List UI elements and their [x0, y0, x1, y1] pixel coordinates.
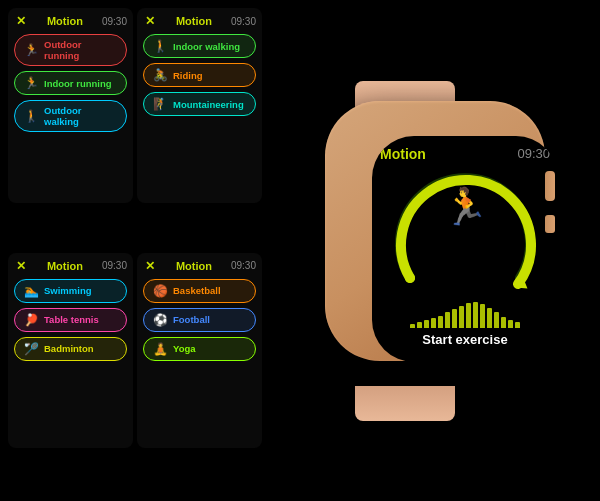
basketball-icon: 🏀: [152, 284, 168, 298]
card-2-logo: ✕: [143, 14, 157, 28]
outdoor-running-btn[interactable]: 🏃 Outdoor running: [14, 34, 127, 66]
bar-chart-bar: [473, 302, 478, 328]
swimming-label: Swimming: [44, 285, 92, 296]
outdoor-walking-label: Outdoor walking: [44, 105, 118, 127]
table-tennis-btn[interactable]: 🏓 Table tennis: [14, 308, 127, 332]
watch-side-button[interactable]: [545, 215, 555, 233]
table-tennis-label: Table tennis: [44, 314, 99, 325]
basketball-label: Basketball: [173, 285, 221, 296]
card-4-header: ✕ Motion 09:30: [143, 259, 256, 273]
card-3-time: 09:30: [102, 260, 127, 271]
bar-chart-bar: [508, 320, 513, 328]
football-btn[interactable]: ⚽ Football: [143, 308, 256, 332]
card-3-logo: ✕: [14, 259, 28, 273]
card-2: ✕ Motion 09:30 🚶 Indoor walking 🚴 Riding…: [137, 8, 262, 203]
card-1: ✕ Motion 09:30 🏃 Outdoor running 🏃 Indoo…: [8, 8, 133, 203]
svg-point-1: [405, 273, 415, 283]
watch-body: Motion 09:30 🏃: [325, 101, 545, 361]
card-1-time: 09:30: [102, 16, 127, 27]
watch-band-bottom: [355, 386, 455, 421]
indoor-walking-label: Indoor walking: [173, 41, 240, 52]
card-4-time: 09:30: [231, 260, 256, 271]
bar-chart-bar: [438, 316, 443, 328]
outdoor-walking-icon: 🚶: [23, 109, 39, 123]
swimming-btn[interactable]: 🏊 Swimming: [14, 279, 127, 303]
yoga-label: Yoga: [173, 343, 196, 354]
bar-chart-bar: [515, 322, 520, 327]
mountaineering-icon: 🧗: [152, 97, 168, 111]
bar-chart-bar: [501, 317, 506, 328]
bar-chart-bar: [410, 324, 415, 327]
card-4: ✕ Motion 09:30 🏀 Basketball ⚽ Football 🧘…: [137, 253, 262, 448]
badminton-icon: 🏸: [23, 342, 39, 356]
mountaineering-btn[interactable]: 🧗 Mountaineering: [143, 92, 256, 116]
bar-chart-bar: [459, 306, 464, 328]
card-1-logo: ✕: [14, 14, 28, 28]
left-panel: ✕ Motion 09:30 🏃 Outdoor running 🏃 Indoo…: [0, 0, 270, 501]
runner-figure: 🏃: [443, 186, 488, 228]
card-2-time: 09:30: [231, 16, 256, 27]
bar-chart-bar: [494, 312, 499, 327]
indoor-running-label: Indoor running: [44, 78, 112, 89]
riding-btn[interactable]: 🚴 Riding: [143, 63, 256, 87]
card-3: ✕ Motion 09:30 🏊 Swimming 🏓 Table tennis…: [8, 253, 133, 448]
football-label: Football: [173, 314, 210, 325]
card-1-title: Motion: [47, 15, 83, 27]
indoor-walking-icon: 🚶: [152, 39, 168, 53]
yoga-icon: 🧘: [152, 342, 168, 356]
watch-app-title: Motion: [380, 146, 426, 162]
swimming-icon: 🏊: [23, 284, 39, 298]
mountaineering-label: Mountaineering: [173, 99, 244, 110]
watch-container: Motion 09:30 🏃: [295, 81, 575, 421]
outdoor-running-label: Outdoor running: [44, 39, 118, 61]
indoor-running-icon: 🏃: [23, 76, 39, 90]
watch-header: Motion 09:30: [380, 146, 550, 162]
outdoor-walking-btn[interactable]: 🚶 Outdoor walking: [14, 100, 127, 132]
watch-app-time: 09:30: [517, 146, 550, 162]
badminton-btn[interactable]: 🏸 Badminton: [14, 337, 127, 361]
bar-chart-bar: [480, 304, 485, 328]
card-2-header: ✕ Motion 09:30: [143, 14, 256, 28]
bar-chart-bar: [445, 312, 450, 327]
football-icon: ⚽: [152, 313, 168, 327]
basketball-btn[interactable]: 🏀 Basketball: [143, 279, 256, 303]
bar-chart-bar: [452, 309, 457, 327]
card-4-logo: ✕: [143, 259, 157, 273]
card-4-title: Motion: [176, 260, 212, 272]
watch-screen: Motion 09:30 🏃: [372, 136, 558, 362]
table-tennis-icon: 🏓: [23, 313, 39, 327]
badminton-label: Badminton: [44, 343, 94, 354]
gauge-container: 🏃: [390, 168, 540, 298]
card-2-title: Motion: [176, 15, 212, 27]
bar-chart-bar: [424, 320, 429, 328]
indoor-running-btn[interactable]: 🏃 Indoor running: [14, 71, 127, 95]
indoor-walking-btn[interactable]: 🚶 Indoor walking: [143, 34, 256, 58]
bar-chart-bar: [487, 308, 492, 328]
card-1-header: ✕ Motion 09:30: [14, 14, 127, 28]
card-3-title: Motion: [47, 260, 83, 272]
bar-chart: [410, 300, 520, 328]
yoga-btn[interactable]: 🧘 Yoga: [143, 337, 256, 361]
riding-label: Riding: [173, 70, 203, 81]
card-3-header: ✕ Motion 09:30: [14, 259, 127, 273]
right-panel: Motion 09:30 🏃: [270, 0, 600, 501]
bar-chart-bar: [417, 322, 422, 327]
start-exercise-label: Start exercise: [422, 332, 507, 347]
watch-crown[interactable]: [545, 171, 555, 201]
riding-icon: 🚴: [152, 68, 168, 82]
outdoor-running-icon: 🏃: [23, 43, 39, 57]
bar-chart-bar: [431, 318, 436, 328]
bar-chart-bar: [466, 303, 471, 328]
